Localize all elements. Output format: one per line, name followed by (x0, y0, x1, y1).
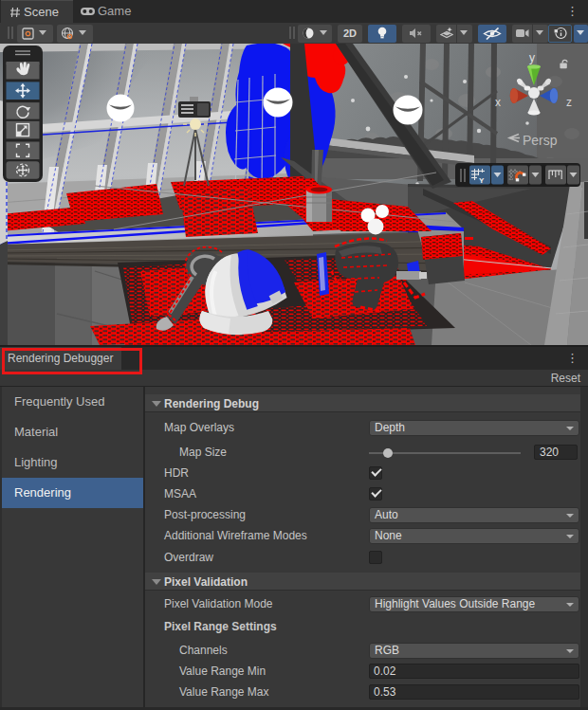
svg-text:Persp: Persp (523, 133, 558, 148)
svg-text:x: x (495, 96, 501, 109)
svg-text:Y: Y (479, 176, 485, 185)
svg-text:z: z (566, 96, 572, 109)
svg-text:y: y (529, 51, 535, 64)
